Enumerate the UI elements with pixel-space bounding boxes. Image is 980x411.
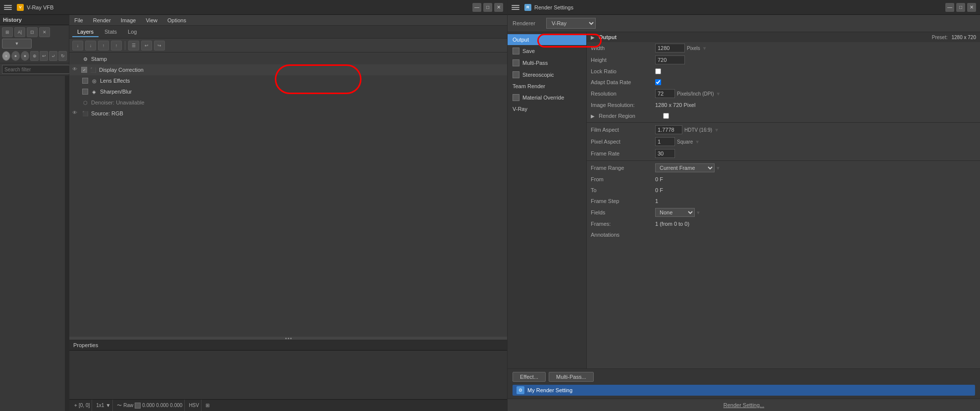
status-format: HSV	[189, 403, 199, 408]
history-undo-button[interactable]: ↩	[40, 51, 48, 61]
vfb-maximize-button[interactable]: □	[483, 3, 492, 12]
history-load-button[interactable]: ▼	[2, 39, 32, 49]
adapt-data-rate-checkbox[interactable]	[655, 79, 661, 85]
effect-button[interactable]: Effect...	[513, 372, 546, 382]
film-aspect-input[interactable]	[655, 125, 682, 134]
history-add-button[interactable]: ⊕	[30, 51, 39, 61]
film-aspect-dropdown[interactable]: ▼	[714, 127, 719, 133]
layers-redo-button[interactable]: ↪	[154, 41, 165, 51]
list-item: ◈ Sharpen/Blur	[79, 86, 507, 97]
layer-eye-source[interactable]: 👁	[72, 110, 79, 117]
history-new-button[interactable]: ⊞	[2, 27, 13, 37]
frame-range-row: Frame Range Current Frame ▼	[587, 162, 980, 174]
vfb-close-button[interactable]: ✕	[494, 3, 503, 12]
to-label: To	[591, 187, 655, 193]
sidebar-item-teamrender[interactable]: Team Render	[508, 81, 586, 92]
history-ab-button[interactable]: A|	[14, 27, 25, 37]
layer-check-sharpen[interactable]	[82, 89, 88, 95]
layers-list-button[interactable]: ☰	[128, 41, 139, 51]
layers-add-button[interactable]: ↓	[72, 41, 83, 51]
save-checkbox[interactable]	[513, 48, 519, 54]
render-title-left: R Render Settings	[512, 4, 573, 11]
history-delete-button[interactable]: ✕	[39, 27, 50, 37]
multipass-checkbox[interactable]	[513, 59, 519, 66]
vfb-minimize-button[interactable]: —	[472, 3, 481, 12]
history-circle2-button[interactable]: ●	[11, 51, 20, 61]
width-dropdown[interactable]: ▼	[702, 46, 707, 51]
layers-undo-button[interactable]: ↩	[141, 41, 152, 51]
my-render-setting-label: My Render Setting	[527, 387, 971, 393]
menu-render[interactable]: Render	[91, 16, 113, 24]
properties-panel: Properties	[69, 340, 507, 399]
render-minimize-button[interactable]: —	[945, 3, 954, 12]
output-section-header[interactable]: ▶ Output Preset: 1280 x 720	[587, 32, 980, 42]
tab-layers[interactable]: Layers	[72, 27, 99, 37]
multi-pass-button[interactable]: Multi-Pass...	[549, 372, 594, 382]
sidebar-item-stereoscopic[interactable]: Stereoscopic	[508, 69, 586, 81]
layer-check-display[interactable]: ✓	[81, 67, 87, 73]
sidebar-item-vray[interactable]: V-Ray	[508, 103, 586, 114]
resolution-row: Resolution Pixels/Inch (DPI) ▼	[587, 88, 980, 100]
width-input[interactable]	[655, 44, 685, 52]
history-circle1-button[interactable]: ●	[2, 51, 10, 61]
fields-select[interactable]: None	[655, 208, 695, 217]
layers-move-button[interactable]: ↑	[111, 41, 122, 51]
sidebar-item-multipass[interactable]: Multi-Pass	[508, 57, 586, 69]
vfb-hamburger[interactable]	[4, 5, 12, 10]
history-view-button[interactable]: ⊡	[27, 27, 38, 37]
layers-down-button[interactable]: ↓	[85, 41, 96, 51]
layer-check-lens[interactable]	[82, 78, 88, 84]
status-zoom-item[interactable]: 1x1 ▼	[94, 400, 113, 411]
history-redo2-button[interactable]: ↻	[58, 51, 67, 61]
resolution-dropdown[interactable]: ▼	[716, 91, 721, 97]
render-setting-link[interactable]: Render Setting...	[723, 402, 765, 408]
menu-options[interactable]: Options	[165, 16, 188, 24]
layer-eye-stamp[interactable]	[72, 55, 79, 62]
tab-log[interactable]: Log	[123, 27, 142, 37]
render-footer: Render Setting...	[508, 399, 980, 411]
sidebar-item-save[interactable]: Save	[508, 45, 586, 57]
annotations-row: Annotations	[587, 229, 980, 240]
lock-ratio-checkbox[interactable]	[655, 68, 661, 74]
history-panel: History ⊞ A| ⊡ ✕ ▼ ● ● ● ⊕ ↩ ⤾ ↻	[0, 15, 69, 411]
my-render-setting-bar[interactable]: ⚙ My Render Setting	[513, 385, 975, 396]
status-coords-item: ⌖ [0, 0]	[72, 400, 92, 411]
layer-eye-denoiser[interactable]	[72, 99, 79, 106]
frame-rate-label: Frame Rate	[591, 151, 655, 156]
settings-main: ▶ Output Preset: 1280 x 720 Width Pixels…	[587, 32, 980, 368]
layer-icon-denoiser: ⬡	[81, 99, 89, 106]
sidebar-item-output[interactable]: Output	[508, 34, 586, 45]
render-region-expand[interactable]: ▶	[591, 113, 597, 119]
renderer-select[interactable]: V-Ray	[546, 18, 596, 29]
preset-label: Preset:	[932, 35, 948, 40]
to-row: To 0 F	[587, 185, 980, 196]
pixel-aspect-dropdown[interactable]: ▼	[695, 139, 700, 145]
layer-eye-display[interactable]: 👁	[72, 66, 79, 73]
list-item: ⚙ Stamp	[69, 53, 507, 64]
film-aspect-unit: HDTV (16:9)	[684, 127, 712, 133]
render-maximize-button[interactable]: □	[956, 3, 965, 12]
settings-divider2	[587, 160, 980, 161]
render-hamburger[interactable]	[512, 5, 519, 10]
resolution-input[interactable]	[655, 89, 675, 98]
menu-image[interactable]: Image	[119, 16, 138, 24]
menu-view[interactable]: View	[144, 16, 159, 24]
pixel-aspect-input[interactable]	[655, 137, 675, 146]
status-expand-item[interactable]: ⊞	[204, 400, 211, 411]
history-redo1-button[interactable]: ⤾	[49, 51, 57, 61]
status-format-item[interactable]: HSV	[187, 400, 202, 411]
height-input[interactable]	[655, 55, 685, 64]
sidebar-item-materialoverride[interactable]: Material Override	[508, 92, 586, 103]
render-close-button[interactable]: ✕	[967, 3, 976, 12]
layers-up-button[interactable]: ↑	[98, 41, 109, 51]
frame-rate-input[interactable]	[655, 149, 675, 158]
render-region-checkbox[interactable]	[663, 113, 669, 119]
tab-stats[interactable]: Stats	[100, 27, 122, 37]
menu-file[interactable]: File	[72, 16, 85, 24]
history-search-input[interactable]	[2, 65, 70, 74]
frame-range-select[interactable]: Current Frame	[655, 163, 715, 172]
materialoverride-checkbox[interactable]	[513, 94, 519, 101]
history-scrollbar[interactable]	[65, 76, 69, 411]
history-circle3-button[interactable]: ●	[21, 51, 29, 61]
stereoscopic-checkbox[interactable]	[513, 71, 519, 78]
